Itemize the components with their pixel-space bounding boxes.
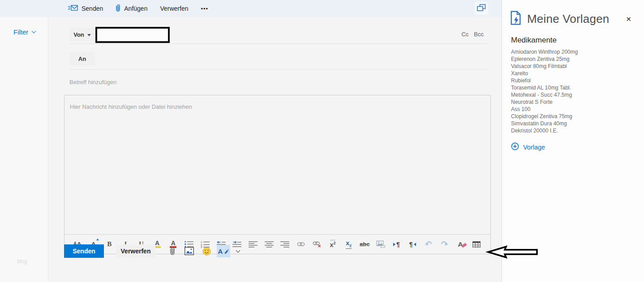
bottom-action-bar: Senden Verwerfen A [64,244,502,258]
template-list-item[interactable]: Clopidrogel Zentiva 75mg [511,113,644,120]
template-list-item[interactable]: Torasemid AL 10mg Tabl. [511,84,644,91]
plus-circle-icon [511,142,519,152]
popout-icon [477,4,486,13]
more-format-chevron-icon[interactable] [236,248,240,253]
paperclip-icon [170,246,175,256]
template-list-item[interactable]: Xarelto [511,70,644,77]
medication-template-list: Amiodaron Winthrop 200mgEplerenon Zentiv… [502,45,644,134]
send-button[interactable]: Senden [64,244,104,258]
hand-drawn-arrow-annotation [485,245,539,259]
divider [69,43,487,44]
brush-icon [224,248,229,254]
insert-picture-button[interactable] [185,247,194,255]
template-list-item[interactable]: Metohexal - Succ 47.5mg [511,91,644,98]
compose-toolbar: Senden Anfügen Verwerfen ••• [0,0,502,17]
dropdown-triangle-icon [87,34,91,36]
discard-button[interactable]: Verwerfen [116,244,155,258]
subject-input[interactable]: Betreff hinzufügen [69,79,484,85]
from-field-button[interactable]: Von [69,28,95,41]
template-list-item[interactable]: Valsacor 80mg Filmtabl [511,63,644,70]
chevron-down-icon [32,29,36,34]
smiley-icon [202,247,211,256]
body-placeholder: Hier Nachricht hinzufügen oder Datei hin… [70,103,192,110]
outlook-compose-window: Senden Anfügen Verwerfen ••• Filter [0,0,644,282]
send-label: Senden [82,5,103,12]
send-button-top[interactable]: Senden [68,4,103,13]
paperclip-icon [116,4,120,14]
redacted-sender-address [95,27,170,43]
template-list-item[interactable]: Rubiefol [511,77,644,84]
template-list-item[interactable]: Eplerenon Zentiva 25mg [511,56,644,63]
attach-button-top[interactable]: Anfügen [116,4,147,14]
template-list-item[interactable]: Neurotrat S Forte [511,98,644,106]
close-panel-button[interactable]: ✕ [626,15,631,23]
cc-bcc-group: Cc Bcc [461,31,484,38]
add-template-button[interactable]: Vorlage [511,142,644,152]
bcc-button[interactable]: Bcc [474,31,484,38]
template-list-item[interactable]: Ass 100 [511,106,644,113]
template-list-item[interactable]: Dekristol 20000 I.E. [511,127,644,134]
divider [69,69,487,70]
watermark-text: blog [17,258,27,265]
add-template-label: Vorlage [523,144,545,151]
open-in-new-window-button[interactable] [475,2,488,15]
more-options-icon[interactable]: ••• [201,5,209,12]
attach-label: Anfügen [124,5,147,12]
message-body-input[interactable]: Hier Nachricht hinzufügen oder Datei hin… [64,95,491,254]
left-sidebar: Filter blog [0,17,48,282]
send-envelope-icon [68,4,78,13]
my-templates-icon [510,11,522,27]
my-templates-panel: Meine Vorlagen ✕ Medikamente Amiodaron W… [502,0,644,282]
to-label: An [78,56,86,62]
discard-button-top[interactable]: Verwerfen [160,5,188,12]
discard-label: Verwerfen [160,5,188,12]
template-list-item[interactable]: Amiodaron Winthrop 200mg [511,48,644,56]
panel-header: Meine Vorlagen [502,0,644,27]
panel-title: Meine Vorlagen [527,12,609,26]
picture-icon [185,247,194,255]
cc-button[interactable]: Cc [461,31,468,38]
emoji-button[interactable] [202,247,211,256]
compose-area: Von Cc Bcc An Betreff hinzufügen Hier Na… [48,17,502,282]
style-options-button[interactable]: A [217,245,230,257]
filter-label: Filter [13,28,28,36]
template-list-item[interactable]: Simvastatin Dura 40mg [511,120,644,127]
from-label: Von [73,31,84,38]
to-field-button[interactable]: An [69,52,95,65]
attach-file-button[interactable] [170,246,175,256]
template-section-title: Medikamente [502,27,644,45]
filter-button[interactable]: Filter [13,28,35,36]
